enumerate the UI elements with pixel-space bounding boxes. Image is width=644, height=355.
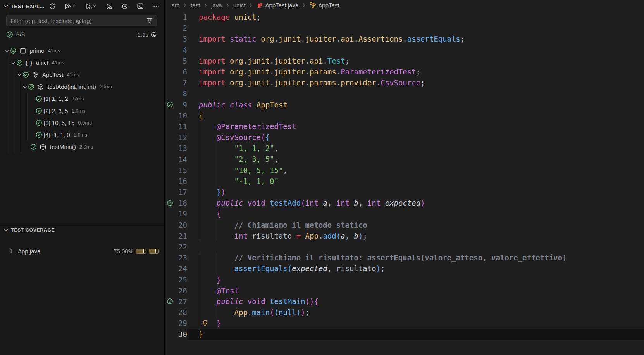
code-line[interactable]: 27 public void testMain(){ [165, 296, 644, 307]
code-line[interactable]: 18 public void testAdd(int a, int b, int… [165, 197, 644, 208]
test-tree-item[interactable]: primo41ms [0, 45, 164, 57]
more-icon [153, 3, 160, 10]
code-line[interactable]: 14 "2, 3, 5", [165, 154, 644, 165]
code-line[interactable]: 20 // Chiamiamo il metodo statico [165, 220, 644, 230]
code-line[interactable]: 13 "1, 1, 2", [165, 143, 644, 154]
code-line[interactable]: 16 "-1, 1, 0" [165, 176, 644, 187]
code-line[interactable]: 8 [165, 88, 644, 99]
test-tree-item[interactable]: testAdd(int, int, int)39ms [0, 81, 164, 93]
code-text: "-1, 1, 0" [199, 176, 279, 187]
test-pass-icon [36, 107, 42, 114]
code-line[interactable]: 12 @CsvSource({ [165, 132, 644, 143]
code-line[interactable]: 21 int risultato = App.add(a, b); [165, 230, 644, 241]
code-line[interactable]: 9public class AppTest [165, 99, 644, 110]
code-text: public class AppTest [199, 99, 288, 110]
code-line[interactable]: 5import org.junit.jupiter.api.Test; [165, 55, 644, 66]
code-line[interactable]: 30} [165, 329, 644, 339]
code-text: import static org.junit.jupiter.api.Asse… [199, 33, 465, 44]
indent-guide [199, 187, 199, 197]
test-tree: primo41ms{ }unict41msAppTest41mstestAdd(… [0, 45, 164, 153]
code-line[interactable]: 2 [165, 23, 644, 33]
continuous-run-button[interactable] [121, 2, 129, 10]
test-duration: 41ms [48, 48, 60, 54]
rerun-icon[interactable] [150, 31, 157, 38]
test-filter-input[interactable] [10, 17, 146, 24]
more-actions-button[interactable] [152, 2, 160, 10]
code-line[interactable]: 3import static org.junit.jupiter.api.Ass… [165, 33, 644, 44]
test-filter-box [6, 15, 157, 26]
refresh-tests-button[interactable] [48, 2, 57, 10]
code-text: "2, 3, 5", [199, 154, 279, 165]
breadcrumb-item[interactable]: AppTest.java [257, 2, 298, 9]
code-text: import org.junit.jupiter.params.Paramete… [199, 66, 420, 77]
lightbulb-icon[interactable] [202, 320, 208, 326]
eye-icon [121, 3, 128, 10]
gutter-test-pass-icon[interactable] [165, 101, 175, 108]
code-line[interactable]: 28 App.main((null)); [165, 307, 644, 318]
code-line[interactable]: 11 @ParameterizedTest [165, 121, 644, 132]
test-pass-icon [30, 144, 37, 150]
test-label: AppTest [42, 71, 63, 78]
tree-chevron-down-icon[interactable] [16, 72, 22, 78]
code-line[interactable]: 17 }) [165, 187, 644, 197]
test-tree-item[interactable]: [3] 10, 5, 150.0ms [0, 117, 164, 129]
indent-guide [199, 307, 199, 318]
code-line[interactable]: 29 } [165, 318, 644, 329]
gutter-test-pass-icon[interactable] [165, 200, 175, 206]
line-number: 21 [175, 232, 187, 240]
breadcrumb-item[interactable]: AppTest [310, 2, 339, 9]
test-duration: 2.0ms [79, 144, 93, 150]
code-text: public void testMain(){ [199, 296, 319, 307]
test-explorer-toolbar [48, 2, 160, 10]
indent-guide [199, 220, 199, 230]
indent-guide [199, 165, 199, 176]
test-tree-item[interactable]: [1] 1, 1, 237ms [0, 93, 164, 105]
code-line[interactable]: 24 assertEquals(expected, risultato); [165, 263, 644, 274]
tree-chevron-down-icon[interactable] [4, 48, 10, 54]
debug-tests-button[interactable] [84, 2, 98, 10]
test-tree-item[interactable]: [4] -1, 1, 01.0ms [0, 129, 164, 141]
gutter-test-pass-icon[interactable] [165, 298, 175, 305]
code-line[interactable]: 4 [165, 45, 644, 55]
tests-passed-icon [6, 31, 13, 38]
test-coverage-header[interactable]: TEST COVERAGE [0, 224, 164, 236]
editor-pane: srctestjavaunictAppTest.javaAppTest 1pac… [165, 0, 644, 355]
code-line[interactable]: 15 "10, 5, 15", [165, 165, 644, 176]
coverage-item[interactable]: App.java75.00% [0, 245, 164, 257]
coverage-chevron-down-icon [3, 227, 9, 233]
code-line[interactable]: 1package unict; [165, 12, 644, 23]
test-tree-item[interactable]: testMain()2.0ms [0, 141, 164, 153]
show-output-button[interactable] [136, 2, 145, 10]
breadcrumb-item[interactable]: test [191, 2, 200, 9]
filter-funnel-icon[interactable] [146, 17, 153, 24]
code-line[interactable]: 26 @Test [165, 285, 644, 296]
indent-guide [199, 176, 199, 187]
test-tree-item[interactable]: { }unict41ms [0, 57, 164, 69]
breadcrumb-item[interactable]: src [172, 2, 179, 9]
code-line[interactable]: 22 [165, 241, 644, 252]
line-number: 29 [175, 319, 187, 327]
run-with-coverage-button[interactable] [105, 2, 113, 10]
test-method-icon [36, 83, 45, 90]
breadcrumb-item[interactable]: java [211, 2, 222, 9]
code-line[interactable]: 25 } [165, 274, 644, 285]
indent-guide [199, 132, 199, 143]
code-line[interactable]: 19 { [165, 208, 644, 219]
code-line[interactable]: 10{ [165, 110, 644, 121]
line-number: 6 [175, 68, 187, 76]
code-editor[interactable]: 1package unict;23import static org.junit… [165, 10, 644, 340]
line-number: 23 [175, 253, 187, 262]
test-label: testMain() [50, 144, 76, 150]
code-line[interactable]: 23 // Verifichiamo il risultato: assertE… [165, 252, 644, 263]
test-tree-item[interactable]: [2] 2, 3, 51.0ms [0, 105, 164, 117]
code-line[interactable]: 6import org.junit.jupiter.params.Paramet… [165, 66, 644, 77]
section-chevron-down-icon[interactable] [3, 3, 9, 9]
tree-chevron-down-icon[interactable] [10, 60, 16, 66]
line-number: 9 [175, 100, 187, 109]
breadcrumb-item[interactable]: unict [233, 2, 246, 9]
test-tree-item[interactable]: AppTest41ms [0, 69, 164, 81]
coverage-list: App.java75.00% [0, 245, 164, 257]
tree-chevron-down-icon[interactable] [22, 84, 28, 90]
code-line[interactable]: 7import org.junit.jupiter.params.provide… [165, 77, 644, 88]
run-all-tests-button[interactable] [64, 2, 77, 10]
